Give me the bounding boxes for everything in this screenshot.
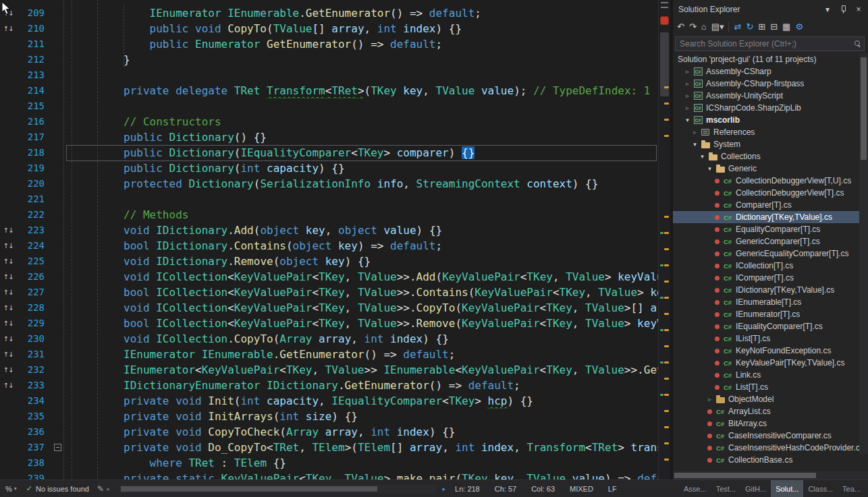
- tree-item[interactable]: C#ICollection[T].cs: [673, 260, 859, 272]
- line-number[interactable]: 233: [16, 378, 47, 393]
- expander-collapsed-icon[interactable]: ▹: [683, 80, 692, 87]
- code-line[interactable]: 237− private void Do_CopyTo<TRet, TElem>…: [0, 440, 658, 455]
- code-line[interactable]: ↑↓209 IEnumerator IEnumerable.GetEnumera…: [0, 5, 658, 21]
- tree-item[interactable]: ▹C#ICSharpCode.SharpZipLib: [673, 102, 859, 114]
- code-line[interactable]: ↑↓210 public void CopyTo(TValue[] array,…: [0, 21, 658, 36]
- tree-item[interactable]: C#CaseInsensitiveComparer.cs: [673, 430, 859, 442]
- encoding-indicator[interactable]: MIXED: [570, 485, 593, 493]
- tree-horizontal-scrollbar[interactable]: [673, 471, 868, 479]
- tree-item[interactable]: ▹References: [673, 126, 859, 138]
- line-number[interactable]: 223: [16, 223, 47, 238]
- code-line[interactable]: 222 // Methods: [0, 207, 658, 223]
- implements-icon[interactable]: ↑↓: [0, 223, 16, 238]
- code-cleanup-icon[interactable]: ✎: [97, 484, 104, 494]
- code-line[interactable]: ↑↓230 void ICollection.CopyTo(Array arra…: [0, 331, 658, 347]
- fold-collapse-icon[interactable]: −: [54, 444, 61, 451]
- code-line[interactable]: ↑↓224 bool IDictionary.Contains(object k…: [0, 238, 658, 254]
- code-line[interactable]: 238 where TRet : TElem {}: [0, 455, 658, 471]
- line-number[interactable]: 232: [16, 362, 47, 378]
- scrollbar-thumb[interactable]: [674, 473, 816, 478]
- line-number[interactable]: 228: [16, 300, 47, 316]
- code-line[interactable]: ↑↓225 void IDictionary.Remove(object key…: [0, 254, 658, 269]
- code-line[interactable]: 217 public Dictionary() {}: [0, 129, 658, 145]
- expander-open-icon[interactable]: ▾: [690, 141, 699, 148]
- code-line[interactable]: 212 }: [0, 52, 658, 67]
- line-number[interactable]: 234: [16, 393, 47, 409]
- tree-item[interactable]: C#Comparer[T].cs: [673, 199, 859, 211]
- code-line[interactable]: 214 private delegate TRet Transform<TRet…: [0, 83, 658, 98]
- scrollbar-thumb[interactable]: [861, 57, 867, 160]
- panel-tab[interactable]: Tea...: [838, 480, 865, 497]
- panel-tab[interactable]: Solut...: [771, 480, 803, 497]
- window-position-icon[interactable]: ▾: [822, 5, 833, 14]
- search-icon[interactable]: [855, 40, 860, 46]
- tree-item[interactable]: C#BitArray.cs: [673, 417, 859, 430]
- tree-item[interactable]: C#IEnumerator[T].cs: [673, 308, 859, 320]
- code-line[interactable]: 211 public Enumerator GetEnumerator() =>…: [0, 36, 658, 52]
- implements-icon[interactable]: ↑↓: [0, 331, 16, 347]
- line-number[interactable]: 239: [16, 471, 47, 479]
- properties-icon[interactable]: ⚙: [795, 22, 803, 31]
- code-line[interactable]: ↑↓228 void ICollection<KeyValuePair<TKey…: [0, 300, 658, 316]
- code-line[interactable]: 235 private void InitArrays(int size) {}: [0, 409, 658, 424]
- line-number[interactable]: 216: [16, 114, 47, 129]
- line-number[interactable]: 225: [16, 254, 47, 269]
- show-all-files-icon[interactable]: ▦: [782, 22, 790, 31]
- expander-collapsed-icon[interactable]: ▹: [690, 129, 699, 136]
- home-icon[interactable]: ⌂: [701, 22, 707, 31]
- back-icon[interactable]: ↶: [677, 22, 684, 31]
- code-line[interactable]: 234 private void Init(int capacity, IEqu…: [0, 393, 658, 409]
- column-indicator[interactable]: Col: 63: [531, 485, 555, 493]
- tree-item[interactable]: C#IComparer[T].cs: [673, 272, 859, 284]
- line-number[interactable]: 222: [16, 207, 47, 223]
- line-number[interactable]: 236: [16, 424, 47, 440]
- implements-icon[interactable]: ↑↓: [0, 362, 16, 378]
- implements-icon[interactable]: ↑↓: [0, 300, 16, 316]
- tree-item[interactable]: ▹C#Assembly-CSharp-firstpass: [673, 78, 859, 90]
- code-line[interactable]: ↑↓232 IEnumerator<KeyValuePair<TKey, TVa…: [0, 362, 658, 378]
- panel-tab[interactable]: GitH...: [740, 480, 771, 497]
- tree-item[interactable]: C#List[T].cs: [673, 381, 859, 393]
- implements-icon[interactable]: ↑↓: [0, 5, 16, 21]
- code-line[interactable]: ↑↓231 IEnumerator IEnumerable.GetEnumera…: [0, 347, 658, 362]
- tree-item[interactable]: ▾System: [673, 138, 859, 150]
- code-line[interactable]: 218 public Dictionary(IEqualityComparer<…: [0, 145, 658, 160]
- line-number[interactable]: 226: [16, 269, 47, 285]
- scrollbar-thumb[interactable]: [121, 486, 377, 492]
- line-number[interactable]: 220: [16, 176, 47, 192]
- scroll-left-icon[interactable]: ◂: [106, 486, 109, 492]
- implements-icon[interactable]: ↑↓: [0, 21, 16, 36]
- expander-collapsed-icon[interactable]: ▹: [683, 68, 692, 75]
- tree-item[interactable]: C#Link.cs: [673, 369, 859, 381]
- tree-item[interactable]: C#ArrayList.cs: [673, 405, 859, 417]
- line-number[interactable]: 212: [16, 52, 47, 67]
- code-line[interactable]: ↑↓226 void ICollection<KeyValuePair<TKey…: [0, 269, 658, 285]
- line-number[interactable]: 229: [16, 316, 47, 331]
- line-number[interactable]: 217: [16, 129, 47, 145]
- tree-item[interactable]: C#EqualityComparer[T].cs: [673, 223, 859, 235]
- editor-vertical-scrollbar[interactable]: [658, 0, 670, 479]
- tree-item[interactable]: C#KeyNotFoundException.cs: [673, 345, 859, 357]
- line-number[interactable]: 211: [16, 36, 47, 52]
- expander-collapsed-icon[interactable]: ▹: [705, 396, 714, 403]
- tree-item[interactable]: C#IDictionary[TKey,TValue].cs: [673, 284, 859, 296]
- expander-collapsed-icon[interactable]: ▹: [683, 92, 692, 99]
- code-line[interactable]: 239 private static KeyValuePair<TKey, TV…: [0, 471, 658, 479]
- line-number[interactable]: 235: [16, 409, 47, 424]
- implements-icon[interactable]: ↑↓: [0, 269, 16, 285]
- tree-item[interactable]: ▹C#Assembly-CSharp: [673, 65, 859, 78]
- line-number[interactable]: 218: [16, 145, 47, 160]
- code-line[interactable]: 220 protected Dictionary(SerializationIn…: [0, 176, 658, 192]
- code-lines[interactable]: ↑↓209 IEnumerator IEnumerable.GetEnumera…: [0, 0, 658, 479]
- implements-icon[interactable]: ↑↓: [0, 238, 16, 254]
- split-handle-icon[interactable]: [661, 2, 668, 8]
- line-ending-indicator[interactable]: LF: [608, 485, 617, 493]
- line-number[interactable]: 238: [16, 455, 47, 471]
- tree-item[interactable]: ▾Collections: [673, 150, 859, 163]
- char-indicator[interactable]: Ch: 57: [495, 485, 516, 493]
- line-number[interactable]: 214: [16, 83, 47, 98]
- line-number[interactable]: 215: [16, 98, 47, 114]
- close-icon[interactable]: ×: [853, 5, 864, 14]
- nest-files-icon[interactable]: ⊞: [758, 22, 765, 31]
- scroll-right-icon[interactable]: ▸: [443, 486, 446, 492]
